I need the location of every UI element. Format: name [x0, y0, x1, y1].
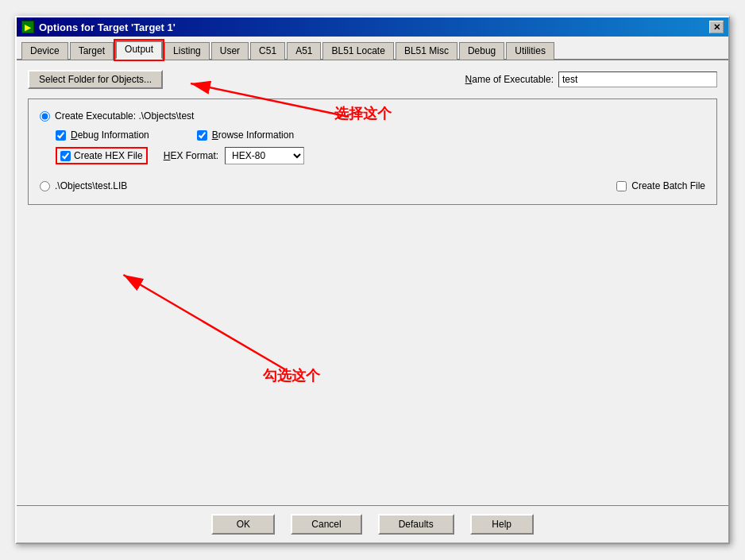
bottom-radio-row: .\Objects\test.LIB Create Batch File [40, 180, 705, 191]
browse-info-item: Browse Information [197, 129, 294, 141]
create-hex-label: Create HEX File [74, 150, 143, 161]
create-executable-label: Create Executable: .\Objects\test [55, 110, 194, 122]
name-of-executable-label: NName of Executable:ame of Executable: [465, 74, 554, 85]
app-icon: ▶ [21, 21, 34, 33]
browse-info-label: Browse Information [212, 129, 294, 141]
create-batch-label: Create Batch File [631, 180, 705, 191]
name-of-executable-input[interactable] [558, 71, 717, 87]
debug-info-item: Debug Information [56, 129, 149, 141]
tab-bl51-locate[interactable]: BL51 Locate [322, 42, 393, 60]
tab-device[interactable]: Device [21, 42, 68, 60]
create-hex-highlighted: Create HEX File [56, 147, 148, 164]
tab-user[interactable]: User [211, 42, 249, 60]
close-button[interactable]: ✕ [709, 21, 724, 33]
title-bar: ▶ Options for Target 'Target 1' ✕ [17, 17, 728, 37]
defaults-button[interactable]: Defaults [378, 514, 454, 535]
browse-info-checkbox[interactable] [197, 130, 207, 141]
tab-debug[interactable]: Debug [459, 42, 504, 60]
hex-row: Create HEX File HEX Format: HEX-80 HEX-3… [56, 147, 705, 164]
hex-format-select[interactable]: HEX-80 HEX-386 [225, 147, 304, 164]
create-executable-radio[interactable] [40, 111, 50, 122]
tab-utilities[interactable]: Utilities [506, 42, 554, 60]
content-area: Select Folder for Objects... NName of Ex… [17, 60, 728, 505]
create-hex-checkbox[interactable] [60, 151, 71, 161]
annotation-check-this: 勾选这个 [263, 366, 320, 385]
debug-browse-row: Debug Information Browse Information [56, 129, 705, 141]
annotation-select-this: 选择这个 [334, 104, 392, 123]
lib-label: .\Objects\test.LIB [55, 180, 127, 191]
svg-line-2 [123, 275, 285, 369]
create-batch-checkbox[interactable] [616, 181, 627, 191]
top-row: Select Folder for Objects... NName of Ex… [28, 70, 717, 89]
bottom-bar: OK Cancel Defaults Help [17, 505, 728, 543]
hex-format-label: HEX Format: [164, 150, 218, 161]
cancel-button[interactable]: Cancel [291, 514, 361, 535]
help-button[interactable]: Help [470, 514, 534, 535]
select-folder-button[interactable]: Select Folder for Objects... [28, 70, 163, 89]
tab-a51[interactable]: A51 [287, 42, 321, 60]
title-bar-left: ▶ Options for Target 'Target 1' [21, 21, 176, 33]
tab-bar: Device Target Output Listing User C51 A5… [17, 37, 728, 60]
tab-target[interactable]: Target [70, 42, 114, 60]
tab-bl51-misc[interactable]: BL51 Misc [396, 42, 457, 60]
name-row: NName of Executable:ame of Executable: [465, 71, 717, 87]
ok-button[interactable]: OK [211, 514, 275, 535]
create-batch-row: Create Batch File [616, 180, 705, 191]
tab-c51[interactable]: C51 [250, 42, 285, 60]
dialog-title: Options for Target 'Target 1' [39, 21, 176, 33]
tab-output[interactable]: Output [115, 41, 163, 60]
debug-info-checkbox[interactable] [56, 130, 66, 141]
lib-radio[interactable] [40, 181, 50, 191]
lib-radio-row: .\Objects\test.LIB [40, 180, 127, 191]
dialog: ▶ Options for Target 'Target 1' ✕ Device… [15, 16, 730, 544]
debug-info-label: Debug Information [71, 129, 149, 141]
tab-listing[interactable]: Listing [164, 42, 210, 60]
